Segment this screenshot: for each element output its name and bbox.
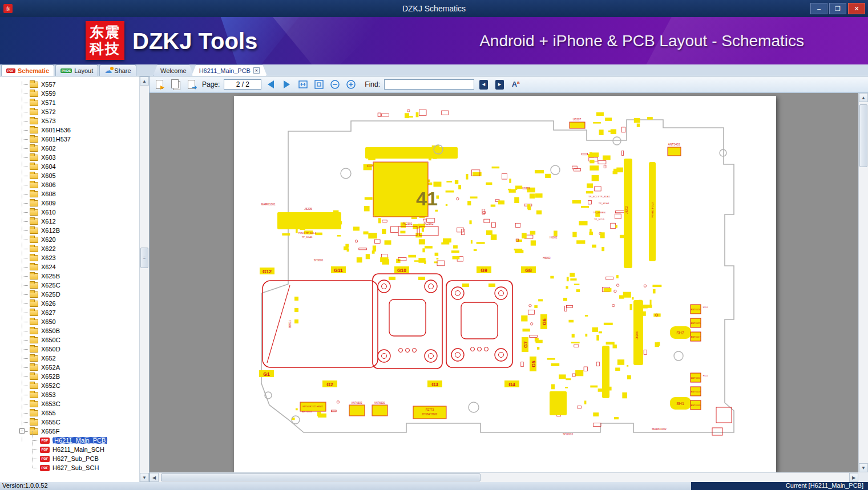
tree-folder-X625C[interactable]: X625C bbox=[0, 281, 139, 290]
folder-label: X604 bbox=[41, 163, 56, 170]
tab-share[interactable]: ☁ Share bbox=[99, 64, 136, 76]
tree-file-H6211_Main_PCB[interactable]: PDFH6211_Main_PCB bbox=[0, 436, 139, 445]
tree-folder-X622[interactable]: X622 bbox=[0, 244, 139, 253]
svg-text:G10: G10 bbox=[397, 268, 406, 273]
tree-folder-X605[interactable]: X605 bbox=[0, 171, 139, 180]
tree-file-H627_Sub_SCH[interactable]: PDFH627_Sub_SCH bbox=[0, 463, 139, 472]
folder-icon bbox=[30, 200, 38, 206]
tree-folder-X604[interactable]: X604 bbox=[0, 162, 139, 171]
single-page-button[interactable] bbox=[153, 78, 166, 91]
tree-folder-X653C[interactable]: X653C bbox=[0, 399, 139, 408]
find-previous-button[interactable]: ◀ bbox=[477, 78, 490, 91]
tree-folder-X655[interactable]: X655 bbox=[0, 408, 139, 418]
folder-label: X625C bbox=[41, 282, 60, 289]
tree-folder-X602[interactable]: X602 bbox=[0, 144, 139, 153]
find-input[interactable] bbox=[384, 79, 474, 90]
tree-folder-X606[interactable]: X606 bbox=[0, 180, 139, 189]
viewer-vertical-scrollbar[interactable]: ▲ ▼ bbox=[858, 93, 868, 472]
folder-label: X559 bbox=[41, 90, 56, 97]
close-button[interactable]: ✕ bbox=[848, 3, 865, 14]
window-title: DZKJ Schematics bbox=[402, 4, 466, 13]
svg-text:U6303: U6303 bbox=[522, 187, 530, 190]
tree-folder-X571[interactable]: X571 bbox=[0, 98, 139, 107]
tree-folder-X650[interactable]: X650 bbox=[0, 317, 139, 326]
scroll-up-icon[interactable]: ▲ bbox=[859, 93, 868, 102]
tree-folder-X650C[interactable]: X650C bbox=[0, 335, 139, 345]
scrollbar-thumb[interactable] bbox=[161, 473, 481, 481]
tree-folder-X650B[interactable]: X650B bbox=[0, 326, 139, 335]
folder-label: X606 bbox=[41, 181, 56, 188]
tree-folder-X650D[interactable]: X650D bbox=[0, 345, 139, 354]
tree-folder-X655F[interactable]: -X655F bbox=[0, 427, 139, 436]
tree-folder-X652C[interactable]: X652C bbox=[0, 381, 139, 390]
svg-text:G7: G7 bbox=[523, 341, 528, 348]
zoom-out-button[interactable] bbox=[328, 78, 341, 91]
minimize-button[interactable]: – bbox=[810, 3, 827, 14]
sidebar-scrollbar[interactable]: ▲ ≡ ▼ bbox=[139, 76, 149, 482]
tree-folder-X652[interactable]: X652 bbox=[0, 354, 139, 363]
page-number-input[interactable] bbox=[224, 79, 261, 90]
tree-folder-X626[interactable]: X626 bbox=[0, 299, 139, 308]
svg-text:J6205: J6205 bbox=[304, 207, 312, 210]
scroll-up-icon[interactable]: ▲ bbox=[140, 76, 149, 86]
zoom-in-button[interactable] bbox=[344, 78, 357, 91]
facing-pages-button[interactable] bbox=[169, 78, 182, 91]
scrollbar-thumb[interactable]: ≡ bbox=[140, 248, 148, 268]
tree-folder-X624[interactable]: X624 bbox=[0, 262, 139, 272]
tree-folder-X559[interactable]: X559 bbox=[0, 89, 139, 98]
fit-page-button[interactable] bbox=[312, 78, 325, 91]
tree-folder-X655C[interactable]: X655C bbox=[0, 418, 139, 427]
scroll-down-icon[interactable]: ▼ bbox=[140, 473, 149, 482]
viewer-horizontal-scrollbar[interactable]: ◀ ▶ bbox=[150, 472, 858, 482]
tree-folder-X612B[interactable]: X612B bbox=[0, 226, 139, 235]
svg-text:ANT6500: ANT6500 bbox=[374, 402, 385, 404]
tree-folder-X609[interactable]: X609 bbox=[0, 199, 139, 208]
tree-folder-X623[interactable]: X623 bbox=[0, 253, 139, 262]
doc-tab-h6211-main-pcb[interactable]: H6211_Main_PCB ✕ bbox=[192, 64, 267, 76]
tree-folder-X612[interactable]: X612 bbox=[0, 217, 139, 226]
tree-folder-X601H537[interactable]: X601H537 bbox=[0, 135, 139, 144]
find-next-button[interactable]: ▶ bbox=[493, 78, 506, 91]
tree-folder-X627[interactable]: X627 bbox=[0, 308, 139, 317]
current-document-text: Current [H6211_Main_PCB] bbox=[691, 482, 868, 490]
tree-folder-X625B[interactable]: X625B bbox=[0, 272, 139, 281]
folder-icon bbox=[30, 337, 38, 343]
doc-tab-welcome[interactable]: Welcome bbox=[153, 64, 194, 76]
scrollbar-thumb[interactable] bbox=[859, 104, 867, 167]
fit-width-button[interactable] bbox=[296, 78, 309, 91]
tree-folder-X610[interactable]: X610 bbox=[0, 208, 139, 217]
close-tab-icon[interactable]: ✕ bbox=[253, 67, 260, 74]
pdf-viewer[interactable]: G12G11G10G9G8G1G2G3G4G5G7G6ANT6516ANT651… bbox=[150, 93, 868, 482]
folder-label: X571 bbox=[41, 99, 56, 106]
tree-file-H627_Sub_PCB[interactable]: PDFH627_Sub_PCB bbox=[0, 454, 139, 463]
tab-schematic[interactable]: PDF Schematic bbox=[1, 64, 54, 76]
tree-folder-X653[interactable]: X653 bbox=[0, 390, 139, 399]
folder-label: X653C bbox=[41, 400, 60, 407]
folder-icon bbox=[30, 282, 38, 289]
scroll-down-icon[interactable]: ▼ bbox=[859, 463, 868, 472]
tree-folder-X608[interactable]: X608 bbox=[0, 189, 139, 199]
tree-folder-X601H536[interactable]: X601H536 bbox=[0, 125, 139, 135]
tree-folder-X603[interactable]: X603 bbox=[0, 153, 139, 162]
font-size-button[interactable]: Aa bbox=[509, 78, 522, 91]
tree-folder-X572[interactable]: X572 bbox=[0, 107, 139, 116]
tree-folder-X573[interactable]: X573 bbox=[0, 116, 139, 125]
tree-folder-X557[interactable]: X557 bbox=[0, 80, 139, 89]
tree-file-H6211_Main_SCH[interactable]: PDFH6211_Main_SCH bbox=[0, 445, 139, 454]
next-page-button[interactable] bbox=[280, 78, 293, 91]
tree-folder-X625D[interactable]: X625D bbox=[0, 290, 139, 299]
collapse-icon[interactable]: - bbox=[19, 428, 25, 434]
scroll-left-icon[interactable]: ◀ bbox=[150, 473, 159, 482]
tab-layout[interactable]: PADS Layout bbox=[55, 64, 98, 76]
previous-page-button[interactable] bbox=[264, 78, 277, 91]
back-arrow-icon bbox=[268, 80, 274, 88]
continuous-pages-button[interactable] bbox=[185, 78, 198, 91]
maximize-button[interactable]: ❐ bbox=[829, 3, 846, 14]
version-text: Version:1.0.0.52 bbox=[0, 482, 691, 490]
pdf-file-icon: PDF bbox=[40, 456, 50, 462]
scroll-right-icon[interactable]: ▶ bbox=[849, 473, 858, 482]
folder-icon bbox=[30, 383, 38, 389]
tree-folder-X652A[interactable]: X652A bbox=[0, 363, 139, 372]
tree-folder-X620[interactable]: X620 bbox=[0, 235, 139, 244]
tree-folder-X652B[interactable]: X652B bbox=[0, 372, 139, 381]
